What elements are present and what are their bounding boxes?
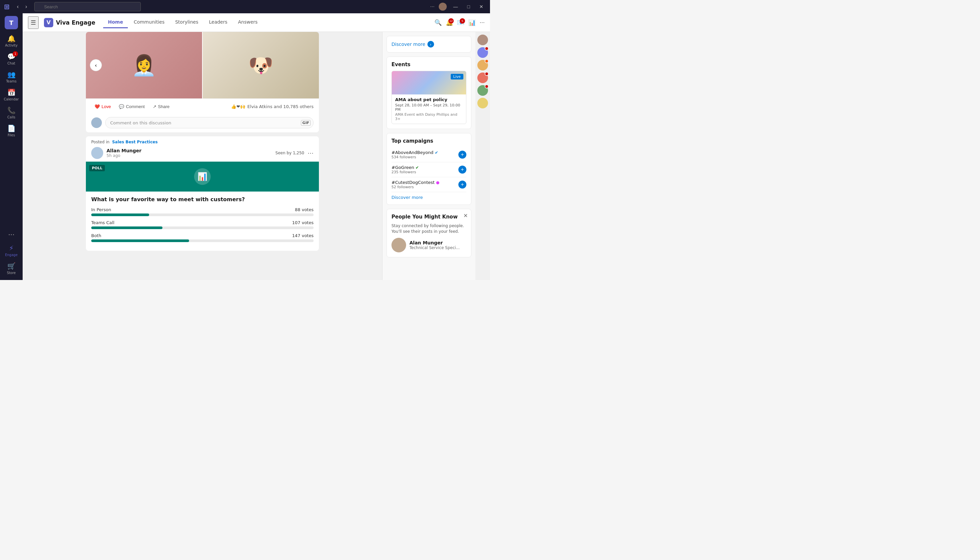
events-title: Events (391, 62, 467, 68)
love-label: Love (102, 104, 111, 109)
campaign-0-verified-icon: ✔ (435, 150, 438, 155)
campaign-item-1: #GoGreen ✔ 235 followers + (391, 162, 467, 177)
poll-option-1-bar-bg (91, 227, 314, 229)
share-icon: ↗ (153, 104, 156, 109)
campaign-name-1: #GoGreen ✔ (391, 165, 458, 170)
follow-campaign-1-button[interactable]: + (458, 166, 467, 173)
app-logo-icon: V (44, 18, 53, 27)
sidebar-item-teams[interactable]: 👥 Teams (3, 68, 20, 86)
teams-icon: ⊞ (4, 3, 10, 11)
campaigns-discover-more-link[interactable]: Discover more (391, 195, 467, 200)
search-input[interactable] (34, 2, 141, 11)
event-info: AMA about pet policy Sept 28, 10:00 AM –… (392, 95, 466, 124)
poll-badge: POLL (89, 165, 105, 171)
far-right-avatar-3[interactable] (477, 72, 488, 83)
sidebar-item-engage[interactable]: ⚡ Engage (3, 242, 20, 259)
dog-image: 🐶 (248, 32, 273, 98)
title-bar-more[interactable]: ··· (430, 4, 435, 9)
campaign-item-0: #AboveAndBeyond ✔ 534 followers + (391, 147, 467, 162)
close-button[interactable]: ✕ (477, 3, 486, 11)
avatar-3-badge (485, 72, 489, 76)
campaign-name-1-text: #GoGreen (391, 165, 414, 170)
far-right-avatar-0[interactable] (477, 35, 488, 45)
reactions-area: 👍❤️🙌 Elvia Atkins and 10,785 others (231, 104, 314, 109)
post-meta-info: Allan Munger 5h ago (107, 148, 272, 158)
tab-storylines[interactable]: Storylines (171, 17, 203, 28)
discover-more-section: Discover more › (386, 36, 472, 53)
commenter-avatar (91, 117, 102, 128)
comment-placeholder: Comment on this discussion (110, 120, 171, 125)
poll-option-2: Both 147 votes (91, 233, 314, 242)
sidebar-item-calendar[interactable]: 📅 Calendar (3, 86, 20, 104)
tab-answers[interactable]: Answers (233, 17, 262, 28)
poll-question: What is your favorite way to meet with c… (91, 196, 314, 203)
search-button[interactable]: 🔍 (435, 19, 442, 26)
top-nav-right: 🔍 🔔12 📧5 📊 ··· (435, 19, 485, 26)
discover-more-arrow: › (427, 41, 434, 48)
people-close-button[interactable]: ✕ (463, 212, 468, 219)
image-post-nav-button[interactable]: ‹ (90, 59, 102, 71)
campaign-followers-0: 534 followers (391, 155, 458, 159)
community-link[interactable]: Sales Best Practices (112, 140, 158, 144)
forward-button[interactable]: › (23, 2, 29, 11)
sidebar-item-calendar-label: Calendar (4, 97, 19, 101)
sidebar-item-chat-label: Chat (7, 62, 15, 65)
notifications-button[interactable]: 🔔12 (446, 19, 453, 26)
hamburger-button[interactable]: ☰ (28, 16, 38, 29)
post-author: Allan Munger (107, 148, 272, 153)
analytics-button[interactable]: 📊 (468, 19, 476, 26)
mail-button[interactable]: 📧5 (457, 19, 464, 26)
sidebar-item-files[interactable]: 📄 Files (3, 122, 20, 140)
sidebar-item-activity[interactable]: 🔔 Activity (3, 32, 20, 50)
teams-logo-icon: T (9, 19, 13, 26)
post-more-button[interactable]: ⋯ (308, 149, 314, 157)
tab-home[interactable]: Home (103, 17, 127, 28)
follow-campaign-0-button[interactable]: + (458, 151, 467, 158)
app-logo: V Viva Engage (44, 18, 95, 27)
love-button[interactable]: ❤️ Love (91, 102, 114, 111)
reaction-emojis: 👍❤️🙌 (231, 104, 245, 109)
events-section: Events Live AMA about pet policy Sept 28… (386, 57, 472, 129)
discover-more-link[interactable]: Discover more › (391, 41, 467, 48)
user-avatar-title[interactable] (439, 3, 447, 11)
far-right-avatar-2[interactable] (477, 60, 488, 70)
sidebar-item-chat[interactable]: 1 💬 Chat (3, 50, 20, 68)
sidebar-item-store-label: Store (7, 271, 16, 275)
tab-leaders[interactable]: Leaders (204, 17, 232, 28)
poll-icon: 📊 (194, 168, 211, 185)
posted-in-label: Posted in (91, 140, 110, 144)
tab-communities[interactable]: Communities (129, 17, 169, 28)
minimize-button[interactable]: — (451, 3, 461, 11)
files-icon: 📄 (7, 124, 16, 132)
comment-button[interactable]: 💬 Comment (115, 102, 148, 111)
far-right-avatar-5[interactable] (477, 98, 488, 108)
post-image-left: 👩‍💼 (86, 32, 202, 98)
app-name: Viva Engage (56, 19, 95, 26)
title-bar-right: ··· — □ ✕ (430, 3, 486, 11)
far-right-avatar-1[interactable] (477, 47, 488, 58)
back-button[interactable]: ‹ (15, 2, 21, 11)
share-button[interactable]: ↗ Share (149, 102, 173, 111)
maximize-button[interactable]: □ (465, 3, 473, 11)
teams-nav-icon: 👥 (7, 70, 16, 78)
follow-campaign-2-button[interactable]: + (458, 180, 467, 188)
comment-box: Comment on this discussion GIF (86, 114, 319, 132)
gif-button[interactable]: GIF (301, 120, 311, 126)
share-label: Share (158, 104, 170, 109)
sidebar-item-store[interactable]: 🛒 Store (3, 259, 20, 277)
far-right-avatar-4[interactable] (477, 85, 488, 96)
comment-label: Comment (126, 104, 144, 109)
top-nav-more-button[interactable]: ··· (480, 19, 485, 26)
activity-icon: 🔔 (7, 35, 16, 43)
event-card[interactable]: Live AMA about pet policy Sept 28, 10:00… (391, 71, 467, 124)
sidebar-item-calls[interactable]: 📞 Calls (3, 104, 20, 122)
campaign-info-2: #CutestDogContest ● 52 followers (391, 180, 458, 189)
sidebar-item-engage-label: Engage (5, 253, 18, 257)
reactions-text: Elvia Atkins and 10,785 others (248, 104, 314, 109)
sidebar-item-more[interactable]: ··· (3, 228, 20, 242)
comment-input[interactable]: Comment on this discussion GIF (105, 117, 314, 128)
calendar-icon: 📅 (7, 88, 16, 97)
post-meta: Allan Munger 5h ago Seen by 1,250 ⋯ (86, 144, 319, 162)
content-area: ☰ V Viva Engage Home Communities Storyli… (23, 13, 490, 280)
calls-icon: 📞 (7, 107, 16, 114)
